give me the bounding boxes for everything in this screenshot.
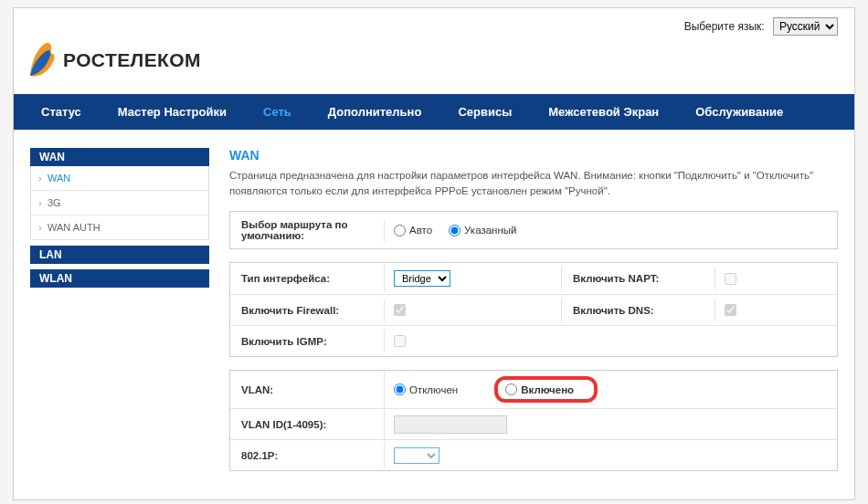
radio-vlan-on-label: Включено: [521, 384, 574, 395]
input-vlan-id[interactable]: [394, 415, 507, 434]
checkbox-firewall[interactable]: [394, 304, 406, 316]
highlight-vlan-enabled: Включено: [494, 376, 598, 403]
label-vlan-id: VLAN ID(1-4095):: [230, 412, 384, 437]
radio-route-specified[interactable]: [449, 225, 460, 236]
label-igmp: Включить IGMP:: [230, 329, 384, 354]
radio-vlan-on-wrap[interactable]: Включено: [505, 383, 574, 395]
label-default-route: Выбор маршрута по умолчанию:: [230, 212, 384, 248]
rostelecom-logo-icon: [25, 39, 58, 81]
label-napt: Включить NAPT:: [561, 266, 715, 291]
panel-interface: Тип интерфейса: Bridge Включить NAPT: Вк…: [229, 262, 838, 357]
sidebar-section-wlan[interactable]: WLAN: [30, 269, 209, 288]
nav-setup-wizard[interactable]: Мастер Настройки: [100, 94, 245, 130]
label-vlan: VLAN:: [230, 377, 384, 403]
nav-network[interactable]: Сеть: [245, 94, 310, 130]
checkbox-igmp[interactable]: [394, 335, 406, 347]
checkbox-napt[interactable]: [725, 273, 736, 285]
main-nav: Статус Мастер Настройки Сеть Дополнитель…: [14, 94, 854, 130]
radio-vlan-on[interactable]: [505, 383, 517, 395]
radio-vlan-off-label: Отключен: [409, 384, 458, 395]
radio-route-auto[interactable]: [394, 225, 406, 236]
label-firewall: Включить Firewall:: [230, 298, 384, 323]
logo-text: РОСТЕЛЕКОМ: [63, 49, 201, 71]
sidebar-section-lan[interactable]: LAN: [30, 246, 209, 264]
radio-route-specified-label: Указанный: [464, 225, 516, 236]
sidebar-item-3g[interactable]: 3G: [31, 191, 208, 215]
sidebar-section-wan[interactable]: WAN: [30, 148, 209, 166]
sidebar: WAN WAN 3G WAN AUTH LAN WLAN: [30, 148, 209, 484]
nav-maintenance[interactable]: Обслуживание: [677, 94, 801, 130]
page-title: WAN: [229, 148, 838, 163]
label-interface-type: Тип интерфейса:: [230, 266, 384, 291]
page-description: Страница предназначена для настройки пар…: [229, 168, 838, 198]
sidebar-item-wan-auth[interactable]: WAN AUTH: [31, 215, 208, 240]
language-label: Выберите язык:: [684, 20, 765, 33]
radio-route-specified-wrap[interactable]: Указанный: [449, 225, 516, 236]
select-interface-type[interactable]: Bridge: [394, 270, 450, 287]
radio-route-auto-wrap[interactable]: Авто: [394, 225, 432, 236]
radio-vlan-off-wrap[interactable]: Отключен: [394, 383, 458, 395]
panel-default-route: Выбор маршрута по умолчанию: Авто Указан…: [229, 211, 838, 249]
radio-vlan-off[interactable]: [394, 383, 406, 395]
label-dns: Включить DNS:: [561, 298, 715, 323]
checkbox-dns[interactable]: [725, 304, 736, 316]
label-8021p: 802.1P:: [230, 443, 384, 468]
nav-services[interactable]: Сервисы: [439, 94, 530, 130]
nav-firewall[interactable]: Межсетевой Экран: [530, 94, 677, 130]
language-select[interactable]: Русский: [773, 17, 838, 36]
logo: РОСТЕЛЕКОМ: [25, 39, 201, 81]
panel-vlan: VLAN: Отключен Включено: [229, 370, 838, 471]
radio-route-auto-label: Авто: [409, 225, 432, 236]
sidebar-item-wan[interactable]: WAN: [31, 166, 208, 191]
nav-advanced[interactable]: Дополнительно: [310, 94, 440, 130]
select-8021p[interactable]: [394, 447, 439, 464]
nav-status[interactable]: Статус: [23, 94, 100, 130]
